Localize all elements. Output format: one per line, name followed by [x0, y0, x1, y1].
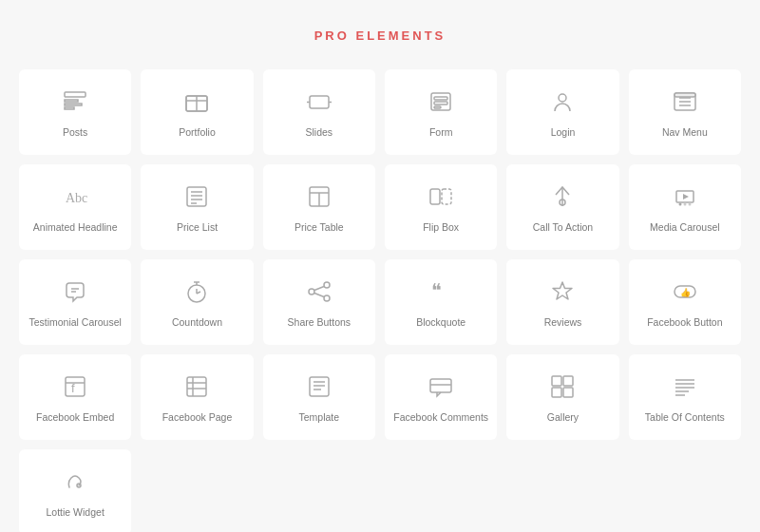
- card-countdown[interactable]: Countdown: [141, 259, 253, 345]
- gallery-icon: [549, 373, 576, 404]
- svg-text:Abc: Abc: [66, 191, 87, 205]
- elements-grid: PostsPortfolioSlidesFormLoginNav MenuAbc…: [19, 69, 741, 532]
- page-title: PRO ELEMENTS: [314, 28, 446, 43]
- card-price-table[interactable]: Price Table: [263, 164, 375, 250]
- portfolio-icon: [183, 88, 210, 119]
- reviews-label: Reviews: [544, 316, 582, 330]
- card-table-of-contents[interactable]: Table Of Contents: [629, 354, 741, 440]
- svg-text:👍: 👍: [680, 287, 692, 298]
- svg-marker-51: [553, 282, 572, 299]
- table-of-contents-icon: [672, 373, 698, 404]
- facebook-button-label: Facebook Button: [647, 316, 722, 330]
- svg-rect-3: [65, 107, 74, 109]
- svg-point-35: [683, 203, 686, 206]
- slides-icon: [306, 88, 332, 119]
- svg-point-36: [688, 203, 691, 206]
- card-posts[interactable]: Posts: [19, 69, 131, 155]
- svg-rect-31: [442, 189, 451, 204]
- svg-rect-65: [430, 379, 451, 392]
- price-list-icon: [183, 183, 210, 214]
- nav-menu-icon: [672, 88, 698, 119]
- animated-headline-icon: Abc: [62, 183, 88, 214]
- nav-menu-label: Nav Menu: [662, 126, 708, 140]
- card-share-buttons[interactable]: Share Buttons: [263, 259, 375, 345]
- card-portfolio[interactable]: Portfolio: [141, 69, 253, 155]
- svg-point-46: [309, 289, 314, 294]
- card-testimonial-carousel[interactable]: Testimonial Carousel: [19, 259, 131, 345]
- card-gallery[interactable]: Gallery: [506, 354, 618, 440]
- svg-rect-2: [65, 104, 82, 105]
- share-buttons-icon: [306, 278, 332, 309]
- posts-icon: [62, 88, 88, 119]
- svg-point-45: [324, 282, 330, 288]
- card-reviews[interactable]: Reviews: [506, 259, 618, 345]
- price-list-label: Price List: [177, 221, 218, 235]
- facebook-page-icon: [183, 373, 210, 404]
- svg-text:❝: ❝: [431, 280, 442, 301]
- card-slides[interactable]: Slides: [263, 69, 375, 155]
- card-blockquote[interactable]: ❝Blockquote: [385, 259, 497, 345]
- svg-rect-61: [310, 377, 329, 396]
- table-of-contents-label: Table Of Contents: [645, 411, 725, 425]
- card-flip-box[interactable]: Flip Box: [385, 164, 497, 250]
- reviews-icon: [549, 278, 576, 309]
- price-table-label: Price Table: [294, 221, 344, 235]
- call-to-action-label: Call To Action: [533, 221, 593, 235]
- testimonial-carousel-label: Testimonial Carousel: [28, 316, 121, 330]
- svg-rect-14: [434, 106, 441, 108]
- countdown-label: Countdown: [172, 316, 222, 330]
- facebook-page-label: Facebook Page: [162, 411, 233, 425]
- card-animated-headline[interactable]: AbcAnimated Headline: [19, 164, 131, 250]
- share-buttons-label: Share Buttons: [288, 316, 352, 330]
- flip-box-label: Flip Box: [423, 221, 459, 235]
- card-media-carousel[interactable]: Media Carousel: [629, 164, 741, 250]
- media-carousel-icon: [672, 183, 698, 214]
- countdown-icon: [183, 278, 210, 309]
- card-form[interactable]: Form: [385, 69, 497, 155]
- svg-rect-54: [66, 377, 85, 396]
- login-label: Login: [551, 126, 576, 140]
- svg-rect-70: [563, 388, 573, 397]
- card-nav-menu[interactable]: Nav Menu: [629, 69, 741, 155]
- card-facebook-page[interactable]: Facebook Page: [141, 354, 253, 440]
- lottie-widget-label: Lottie Widget: [47, 506, 104, 520]
- facebook-button-icon: 👍: [672, 278, 698, 309]
- svg-line-48: [314, 287, 324, 291]
- template-icon: [306, 373, 332, 404]
- card-facebook-button[interactable]: 👍Facebook Button: [629, 259, 741, 345]
- card-price-list[interactable]: Price List: [141, 164, 253, 250]
- price-table-icon: [306, 183, 332, 214]
- lottie-widget-icon: [62, 468, 88, 499]
- gallery-label: Gallery: [547, 411, 579, 425]
- card-template[interactable]: Template: [263, 354, 375, 440]
- svg-rect-0: [65, 92, 86, 97]
- svg-marker-37: [683, 194, 689, 200]
- facebook-comments-label: Facebook Comments: [393, 411, 488, 425]
- card-facebook-comments[interactable]: Facebook Comments: [385, 354, 497, 440]
- svg-point-34: [678, 203, 681, 206]
- svg-rect-67: [552, 376, 561, 386]
- svg-line-49: [314, 294, 324, 297]
- card-facebook-embed[interactable]: fFacebook Embed: [19, 354, 131, 440]
- animated-headline-label: Animated Headline: [33, 221, 118, 235]
- form-icon: [428, 88, 454, 119]
- svg-rect-8: [310, 96, 329, 108]
- facebook-comments-icon: [428, 373, 454, 404]
- card-login[interactable]: Login: [506, 69, 618, 155]
- svg-rect-57: [187, 377, 206, 396]
- form-label: Form: [429, 126, 453, 140]
- posts-label: Posts: [63, 126, 87, 140]
- card-lottie-widget[interactable]: Lottie Widget: [19, 449, 131, 532]
- svg-point-15: [559, 94, 566, 102]
- flip-box-icon: [428, 183, 454, 214]
- svg-point-47: [324, 295, 330, 301]
- svg-rect-13: [434, 102, 447, 104]
- facebook-embed-icon: f: [62, 373, 88, 404]
- media-carousel-label: Media Carousel: [650, 221, 720, 235]
- card-call-to-action[interactable]: Call To Action: [506, 164, 618, 250]
- testimonial-carousel-icon: [62, 278, 88, 309]
- blockquote-icon: ❝: [428, 278, 454, 309]
- svg-rect-69: [552, 388, 561, 397]
- login-icon: [549, 88, 576, 119]
- svg-rect-1: [65, 100, 78, 102]
